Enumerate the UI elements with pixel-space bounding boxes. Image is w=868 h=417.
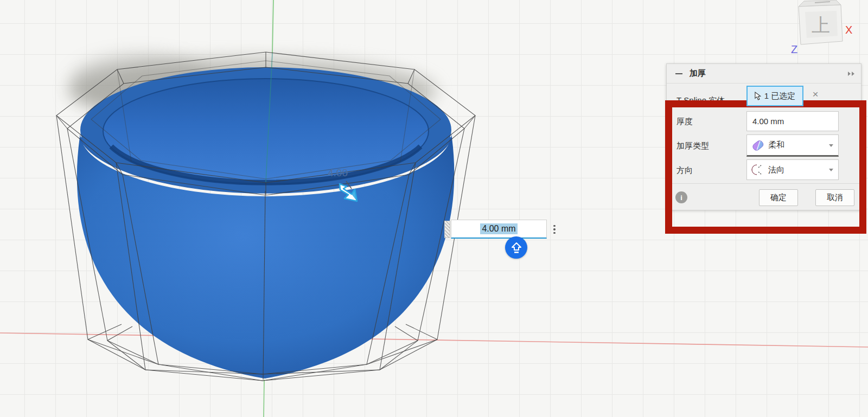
cancel-button[interactable]: 取消 xyxy=(815,189,854,206)
thickness-dimension-label: 4.00 xyxy=(328,167,348,179)
floating-input-drag-handle[interactable] xyxy=(444,221,450,238)
direction-dropdown[interactable]: 法向 xyxy=(746,159,839,180)
thicken-apply-button[interactable] xyxy=(505,236,527,259)
thickness-input[interactable]: 4.00 mm xyxy=(746,111,839,131)
axis-x-label[interactable]: X xyxy=(845,24,852,36)
floating-input-menu-icon[interactable] xyxy=(550,222,559,237)
y-axis-line-bottom xyxy=(264,380,264,417)
viewport-canvas[interactable]: 4.00 4.00 mm 上 X Z 加厚 xyxy=(0,0,868,417)
soft-thicken-icon xyxy=(751,140,764,151)
thicken-dialog: 加厚 T-Spline 实体 1 已选定 × 厚度 4.00 mm 加厚类型 xyxy=(666,63,861,210)
chevron-down-icon xyxy=(829,144,833,147)
thickness-floating-input[interactable]: 4.00 mm xyxy=(451,220,547,239)
collapse-icon[interactable] xyxy=(675,70,682,77)
x-axis-line xyxy=(0,333,868,347)
cursor-icon xyxy=(755,92,762,101)
normal-direction-icon xyxy=(751,163,764,176)
view-cube[interactable]: 上 X Z xyxy=(783,0,865,60)
dialog-header: 加厚 xyxy=(667,64,861,84)
clear-selection-icon[interactable]: × xyxy=(809,88,822,101)
axis-z-label[interactable]: Z xyxy=(791,43,797,55)
thicken-direction-manipulator-icon[interactable] xyxy=(335,181,360,204)
view-cube-face-label: 上 xyxy=(812,15,830,35)
thicken-arrow-icon xyxy=(509,241,524,255)
y-axis-line-top xyxy=(272,0,273,53)
thicken-type-label: 加厚类型 xyxy=(676,141,709,151)
selected-input-text: 4.00 mm xyxy=(480,223,517,234)
thicken-type-dropdown[interactable]: 柔和 xyxy=(746,134,839,157)
ok-button[interactable]: 确定 xyxy=(759,189,798,206)
double-chevron-icon[interactable] xyxy=(848,72,854,76)
thickness-label: 厚度 xyxy=(676,117,693,127)
info-icon[interactable]: i xyxy=(675,191,687,203)
selection-row-label: T-Spline 实体 xyxy=(676,95,725,106)
direction-label: 方向 xyxy=(676,165,693,176)
dialog-title: 加厚 xyxy=(690,68,706,79)
dialog-footer: i 确定 取消 xyxy=(667,183,861,211)
selection-chip-label: 1 已选定 xyxy=(764,91,796,101)
selection-chip[interactable]: 1 已选定 xyxy=(746,86,803,106)
chevron-down-icon xyxy=(829,169,833,171)
